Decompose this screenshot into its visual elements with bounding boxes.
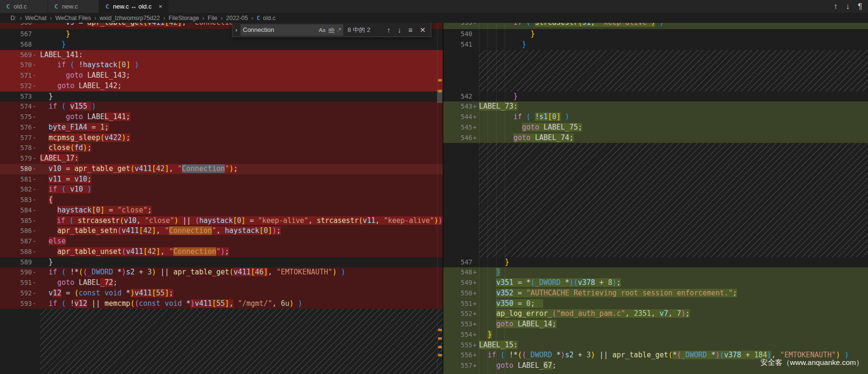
next-change-button[interactable]: ↓ (846, 2, 850, 11)
code-line[interactable]: 541 } (443, 40, 868, 50)
code-line[interactable]: 591- goto LABEL_72; (0, 278, 443, 288)
code-line[interactable]: 577- mcpmsg_sleep(v422); (0, 133, 443, 143)
code-line[interactable]: 589 } (0, 257, 443, 268)
line-number: 572 (0, 81, 32, 91)
breadcrumb-item[interactable]: wxid_lzhwomsrp75d22 (100, 15, 160, 21)
regex-icon[interactable]: .* (337, 27, 341, 33)
code-line[interactable]: 543+LABEL_73: (443, 101, 868, 112)
whole-word-icon[interactable]: ab (329, 27, 335, 33)
match-case-icon[interactable]: Aa (319, 27, 325, 33)
code-line[interactable]: 552+ ap_log_error_("mod_auth_pam.c", 235… (443, 309, 868, 319)
code-line[interactable]: 576- byte_F1A4 = 1; (0, 122, 443, 133)
diff-sign: - (32, 299, 38, 309)
code-line[interactable]: 586- apr_table_setn(v411[42], "Connectio… (0, 226, 443, 236)
line-number: 553 (443, 319, 472, 330)
close-find-button[interactable]: ✕ (419, 26, 426, 34)
code-line[interactable]: 548+ } (443, 267, 868, 278)
tab-old-c[interactable]: C old.c (0, 0, 48, 13)
diff-sign: - (32, 71, 38, 81)
diff-editor: › Connection Aa ab .* 8 中的 2 ↑ ↓ ≡ ✕ 566… (0, 23, 868, 374)
breadcrumb-separator: › (163, 14, 165, 21)
code-line[interactable]: 539+ if ( strcasestr(s1, "keep-alive") ) (443, 23, 868, 29)
breadcrumb-item[interactable]: FileStorage (169, 15, 199, 21)
line-number: 586 (0, 226, 32, 236)
code-line[interactable]: 569-LABEL_141: (0, 50, 443, 61)
code-line[interactable]: 590- if ( !*((_DWORD *)s2 + 3) || apr_ta… (0, 267, 443, 278)
tab-new-c[interactable]: C new.c (48, 0, 99, 13)
diff-sign: + (473, 288, 479, 299)
previous-match-button[interactable]: ↑ (387, 26, 391, 34)
breadcrumb-item[interactable]: 2022-05 (226, 15, 248, 21)
code-line[interactable]: 580- v10 = apr_table_get(v411[42], "Conn… (0, 164, 443, 174)
code-line[interactable]: 584- haystack[0] = "close"; (0, 205, 443, 216)
code-line[interactable]: 544+ if ( !s1[0] ) (443, 112, 868, 122)
breadcrumb-item[interactable]: D: (10, 15, 17, 21)
line-number: 576 (0, 122, 32, 133)
code-line[interactable]: 574- if ( v155 ) (0, 101, 443, 112)
scrollbar-track (437, 23, 438, 374)
line-number: 584 (0, 205, 32, 216)
diff-sign: - (32, 112, 38, 122)
line-number: 555 (443, 340, 472, 351)
line-number: 547 (443, 257, 472, 268)
line-number: 583 (0, 195, 32, 205)
diff-sign: - (32, 153, 38, 164)
diff-sign: + (473, 361, 479, 371)
breadcrumb-separator: › (94, 14, 96, 21)
diff-sign: + (473, 330, 479, 340)
code-line[interactable]: 547 } (443, 257, 868, 268)
toggle-replace-icon[interactable]: › (232, 26, 240, 33)
tab-bar: C old.c C new.c C new.c ↔ old.c × ↑ ↓ ¶ (0, 0, 868, 13)
code-line[interactable]: 540 } (443, 29, 868, 40)
next-match-button[interactable]: ↓ (398, 26, 401, 34)
code-line[interactable]: 570- if ( !haystack[0] ) (0, 60, 443, 71)
code-line[interactable]: 551+ v350 = 0; (443, 299, 868, 309)
tab-diff-new-old[interactable]: C new.c ↔ old.c × (99, 0, 168, 13)
line-number: 589 (0, 257, 32, 268)
code-line[interactable]: 553+ goto LABEL_14; (443, 319, 868, 330)
breadcrumb-item[interactable]: WeChat (25, 15, 47, 21)
find-input[interactable]: Connection Aa ab .* (240, 24, 343, 36)
line-number: 580 (0, 164, 32, 174)
breadcrumb-item[interactable]: WeChat Files (55, 15, 91, 21)
overview-find-mark (438, 90, 442, 92)
code-line[interactable]: 575- goto LABEL_141; (0, 112, 443, 122)
diff-sign: + (473, 350, 479, 361)
diff-filler (0, 309, 443, 374)
close-tab-icon[interactable]: × (159, 3, 162, 10)
code-line[interactable]: 579-LABEL_17: (0, 153, 443, 164)
code-line[interactable]: 549+ v351 = *(_DWORD *)(v378 + 8); (443, 278, 868, 288)
code-line[interactable]: 573 } (0, 91, 443, 102)
code-line[interactable]: 592- v12 = (const void *)v411[55]; (0, 288, 443, 299)
tab-label: new.c ↔ old.c (113, 3, 151, 10)
code-line[interactable]: 587- else (0, 236, 443, 247)
find-in-selection-button[interactable]: ≡ (409, 26, 413, 34)
line-number: 540 (443, 29, 472, 40)
code-line[interactable]: 583- { (0, 195, 443, 205)
more-actions-icon[interactable]: ¶ (858, 2, 862, 11)
code-line[interactable]: 588- apr_table_unset(v411[42], "Connecti… (0, 247, 443, 257)
code-line[interactable]: 572- goto LABEL_142; (0, 81, 443, 91)
code-line[interactable]: 568 } (0, 40, 443, 50)
code-line[interactable]: 554+ } (443, 330, 868, 340)
code-line[interactable]: 581- v11 = v10; (0, 174, 443, 185)
code-line[interactable]: 593- if ( !v12 || memcmp((const void *)v… (0, 299, 443, 309)
code-line[interactable]: 571- goto LABEL_143; (0, 71, 443, 81)
code-line[interactable]: 578- close(fd); (0, 143, 443, 153)
code-line[interactable]: 550+ v352 = "AUTHCACHE Retrieving root s… (443, 288, 868, 299)
diff-sign: - (32, 184, 38, 195)
breadcrumb-separator: › (20, 14, 22, 21)
c-file-icon: C (6, 3, 10, 10)
breadcrumb-item[interactable]: old.c (263, 15, 275, 21)
code-line[interactable]: 582- if ( v10 ) (0, 184, 443, 195)
diff-sign: - (32, 101, 38, 112)
code-line[interactable]: 542 } (443, 91, 868, 102)
code-line[interactable]: 545+ goto LABEL_75; (443, 122, 868, 133)
code-line[interactable]: 555+LABEL_15: (443, 340, 868, 351)
breadcrumb-separator: › (221, 14, 223, 21)
breadcrumb-separator: › (251, 14, 253, 21)
code-line[interactable]: 546+ goto LABEL_74; (443, 133, 868, 143)
code-line[interactable]: 585- if ( strcasestr(v10, "close") || (h… (0, 216, 443, 226)
previous-change-button[interactable]: ↑ (834, 2, 838, 11)
breadcrumb-item[interactable]: File (208, 15, 217, 21)
